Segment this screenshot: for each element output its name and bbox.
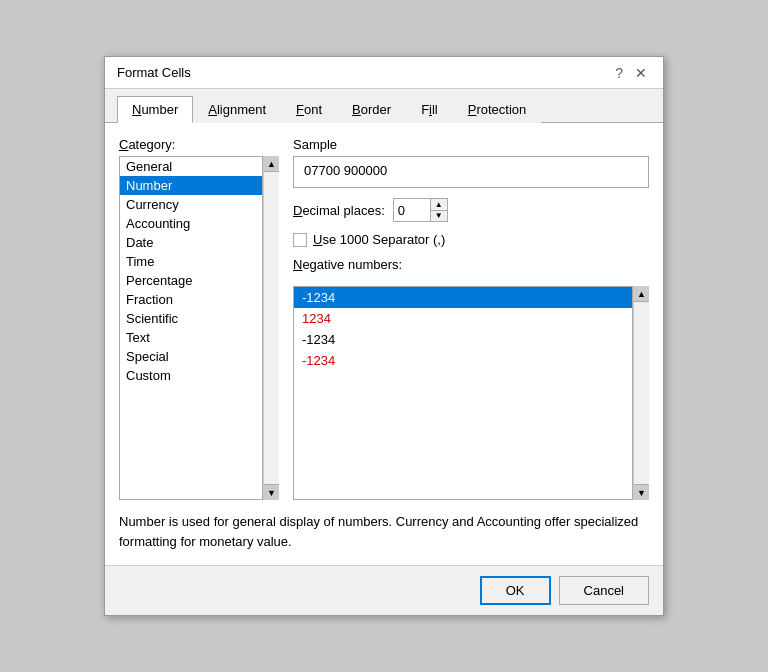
spin-down-button[interactable]: ▼ bbox=[431, 210, 447, 221]
decimal-row: Decimal places: ▲ ▼ bbox=[293, 198, 649, 222]
main-row: Category: General Number Currency Accoun… bbox=[119, 137, 649, 500]
decimal-input[interactable] bbox=[394, 200, 430, 221]
separator-row: Use 1000 Separator (,) bbox=[293, 232, 649, 247]
negative-numbers-label: Negative numbers: bbox=[293, 257, 649, 272]
category-item-date[interactable]: Date bbox=[120, 233, 262, 252]
ok-button[interactable]: OK bbox=[480, 576, 551, 605]
category-item-text[interactable]: Text bbox=[120, 328, 262, 347]
category-item-fraction[interactable]: Fraction bbox=[120, 290, 262, 309]
sample-label: Sample bbox=[293, 137, 649, 152]
category-label: Category: bbox=[119, 137, 279, 152]
category-item-accounting[interactable]: Accounting bbox=[120, 214, 262, 233]
tab-fill[interactable]: Fill bbox=[406, 96, 453, 123]
title-bar: Format Cells ? ✕ bbox=[105, 57, 663, 89]
category-list: General Number Currency Accounting Date … bbox=[119, 156, 263, 500]
tab-bar: Number Alignment Font Border Fill Protec… bbox=[105, 89, 663, 123]
spinner-buttons: ▲ ▼ bbox=[430, 199, 447, 221]
neg-item-1[interactable]: 1234 bbox=[294, 308, 632, 329]
neg-item-2[interactable]: -1234 bbox=[294, 329, 632, 350]
cancel-button[interactable]: Cancel bbox=[559, 576, 649, 605]
category-scrollbar[interactable]: ▲ ▼ bbox=[263, 156, 279, 500]
category-item-number[interactable]: Number bbox=[120, 176, 262, 195]
description-text: Number is used for general display of nu… bbox=[119, 500, 649, 551]
category-item-custom[interactable]: Custom bbox=[120, 366, 262, 385]
right-panel: Sample 07700 900000 Decimal places: ▲ ▼ bbox=[293, 137, 649, 500]
tab-protection[interactable]: Protection bbox=[453, 96, 542, 123]
category-panel: Category: General Number Currency Accoun… bbox=[119, 137, 279, 500]
negative-scrollbar[interactable]: ▲ ▼ bbox=[633, 286, 649, 500]
decimal-spinner: ▲ ▼ bbox=[393, 198, 448, 222]
sample-group: Sample 07700 900000 bbox=[293, 137, 649, 188]
decimal-label: Decimal places: bbox=[293, 203, 385, 218]
separator-label: Use 1000 Separator (,) bbox=[313, 232, 445, 247]
neg-item-0[interactable]: -1234 bbox=[294, 287, 632, 308]
category-item-scientific[interactable]: Scientific bbox=[120, 309, 262, 328]
category-item-currency[interactable]: Currency bbox=[120, 195, 262, 214]
dialog-title: Format Cells bbox=[117, 65, 191, 80]
category-list-wrap: General Number Currency Accounting Date … bbox=[119, 156, 279, 500]
tab-font[interactable]: Font bbox=[281, 96, 337, 123]
sample-value: 07700 900000 bbox=[293, 156, 649, 188]
tab-number[interactable]: Number bbox=[117, 96, 193, 123]
category-item-time[interactable]: Time bbox=[120, 252, 262, 271]
spin-up-button[interactable]: ▲ bbox=[431, 199, 447, 210]
tab-border[interactable]: Border bbox=[337, 96, 406, 123]
negative-list: -1234 1234 -1234 -1234 bbox=[293, 286, 633, 500]
main-content: Category: General Number Currency Accoun… bbox=[105, 123, 663, 565]
title-controls: ? ✕ bbox=[611, 66, 651, 80]
help-button[interactable]: ? bbox=[611, 66, 627, 80]
separator-checkbox[interactable] bbox=[293, 233, 307, 247]
tab-alignment[interactable]: Alignment bbox=[193, 96, 281, 123]
dialog-footer: OK Cancel bbox=[105, 565, 663, 615]
category-item-special[interactable]: Special bbox=[120, 347, 262, 366]
format-cells-dialog: Format Cells ? ✕ Number Alignment Font B… bbox=[104, 56, 664, 616]
category-item-percentage[interactable]: Percentage bbox=[120, 271, 262, 290]
category-item-general[interactable]: General bbox=[120, 157, 262, 176]
negative-list-wrap: -1234 1234 -1234 -1234 ▲ ▼ bbox=[293, 286, 649, 500]
neg-item-3[interactable]: -1234 bbox=[294, 350, 632, 371]
close-button[interactable]: ✕ bbox=[631, 66, 651, 80]
